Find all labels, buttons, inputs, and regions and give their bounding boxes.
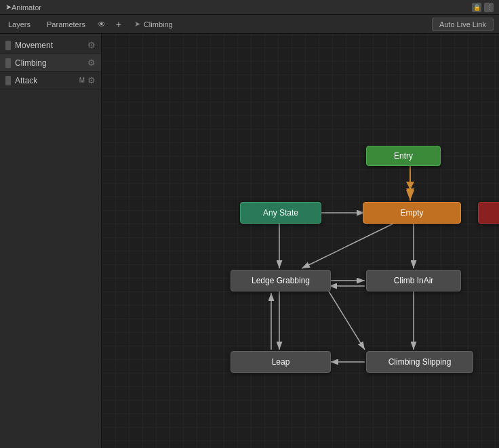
tab-layers[interactable]: Layers <box>0 15 39 33</box>
lock-button[interactable]: 🔒 <box>472 3 481 12</box>
eye-icon[interactable]: 👁 <box>94 20 110 29</box>
node-ledge-grabbing[interactable]: Ledge Grabbing <box>231 270 331 291</box>
breadcrumb-arrow: ➤ <box>134 20 140 28</box>
sidebar-item-attack[interactable]: Attack M ⚙ <box>0 72 101 89</box>
tab-parameters[interactable]: Parameters <box>39 15 94 33</box>
breadcrumb: ➤ Climbing <box>126 20 181 28</box>
menu-button[interactable]: ⋮ <box>484 3 494 12</box>
node-climbing-slipping[interactable]: Climbing Slipping <box>366 351 473 373</box>
toolbar: Layers Parameters 👁 + ➤ Climbing Auto Li… <box>0 15 499 34</box>
gear-icon-attack[interactable]: ⚙ <box>87 75 96 85</box>
gear-icon-movement[interactable]: ⚙ <box>87 40 96 50</box>
node-any-state[interactable]: Any State <box>240 202 321 224</box>
svg-marker-4 <box>406 182 414 190</box>
node-exit[interactable]: Exit <box>478 202 499 224</box>
layer-name-climbing: Climbing <box>15 58 87 68</box>
title-icon: ➤ <box>5 3 12 12</box>
window-controls: 🔒 ⋮ <box>472 3 494 12</box>
layer-name-attack: Attack <box>15 76 79 85</box>
node-climb-inair[interactable]: Climb InAir <box>366 270 461 291</box>
arrows-svg <box>102 34 499 448</box>
sidebar: Movement ⚙ Climbing ⚙ Attack M ⚙ <box>0 34 102 448</box>
add-tab-button[interactable]: + <box>111 17 126 32</box>
layer-bar-climbing <box>5 58 11 68</box>
gear-icon-climbing[interactable]: ⚙ <box>87 58 96 68</box>
sidebar-item-climbing[interactable]: Climbing ⚙ <box>0 54 101 72</box>
layer-bar-attack <box>5 76 11 85</box>
m-badge-attack: M <box>79 77 85 84</box>
svg-marker-3 <box>406 188 414 197</box>
sidebar-item-movement[interactable]: Movement ⚙ <box>0 37 101 54</box>
svg-line-14 <box>329 291 365 350</box>
node-empty[interactable]: Empty <box>363 202 461 224</box>
title-bar: ➤ Animator 🔒 ⋮ <box>0 0 499 15</box>
main-layout: Movement ⚙ Climbing ⚙ Attack M ⚙ <box>0 34 499 448</box>
layer-bar-movement <box>5 41 11 50</box>
auto-live-link-button[interactable]: Auto Live Link <box>432 18 494 31</box>
animator-canvas[interactable]: Entry Empty Any State Exit Ledge Grabbin… <box>102 34 499 448</box>
svg-line-6 <box>302 224 393 268</box>
node-leap[interactable]: Leap <box>231 351 331 373</box>
node-entry[interactable]: Entry <box>366 146 441 166</box>
breadcrumb-label: Climbing <box>144 20 173 28</box>
window-title: Animator <box>12 3 41 12</box>
layer-name-movement: Movement <box>15 41 87 50</box>
